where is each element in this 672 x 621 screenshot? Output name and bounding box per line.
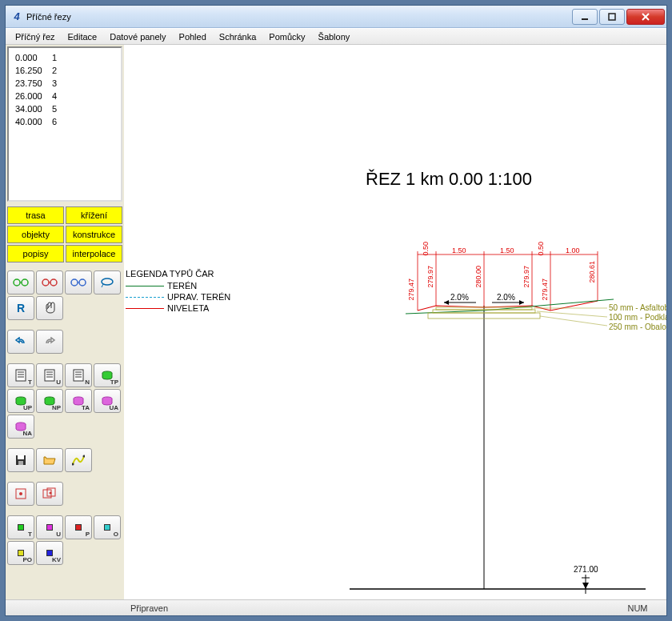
hand-icon[interactable] [36,296,63,320]
maximize-button[interactable] [599,9,625,25]
cross-section-drawing: 0.50 1.50 1.50 0.50 1.00 279.47 279.97 2… [350,205,654,599]
menu-pomucky[interactable]: Pomůcky [262,30,311,43]
sheet-n-icon[interactable]: N [65,363,92,387]
legend-title: LEGENDA TYPŮ ČAR [126,269,230,278]
menu-pohled[interactable]: Pohled [173,30,213,43]
krizeni-button[interactable]: křížení [66,206,122,224]
legend-teren: TERÉN [126,280,230,291]
popisy-button[interactable]: popisy [7,245,64,262]
menu-datove-panely[interactable]: Datové panely [103,30,172,43]
glasses-green-icon[interactable] [7,270,34,294]
base-elevation: 271.00 [574,565,598,574]
menu-sablony[interactable]: Šablony [312,30,357,43]
list-item[interactable]: 40.0006 [10,115,119,128]
title-bar: 4 Příčné řezy [6,6,666,28]
svg-rect-34 [18,455,24,459]
svg-line-59 [537,311,607,317]
undo-icon[interactable] [7,330,34,354]
drawing-canvas[interactable]: LEGENDA TYPŮ ČAR TERÉN UPRAV. TERÉN NIVE… [126,45,666,599]
toolbar-file [7,448,122,472]
section-svg [350,205,654,599]
db-tp-icon[interactable]: TP [94,363,121,387]
svg-marker-47 [582,583,589,589]
legend-niveleta: NIVELETA [126,302,230,314]
svg-point-42 [50,492,52,495]
svg-rect-19 [45,370,54,381]
sheet-t-icon[interactable]: T [7,363,34,387]
app-window: 4 Příčné řezy Příčný řez Editace Datové … [5,5,667,616]
toolbar-colors: T U P O PO KV [7,515,122,565]
sq-red-p-icon[interactable]: P [65,515,92,539]
svg-marker-64 [519,300,524,305]
glasses-red-icon[interactable] [36,270,63,294]
svg-point-7 [42,279,49,286]
toolbar-target [7,482,122,506]
r-tool-icon[interactable]: R [7,296,34,320]
sq-yellow-po-icon[interactable]: PO [7,541,34,565]
list-item[interactable]: 16.2502 [10,64,119,77]
app-icon: 4 [10,10,23,23]
dim-h27947a: 279.47 [407,278,415,301]
menu-schranka[interactable]: Schránka [213,30,262,43]
lasso-icon[interactable] [94,270,121,294]
section-list[interactable]: 0.0001 16.2502 23.7503 26.0004 34.0005 4… [7,46,122,202]
menu-pricny-rez[interactable]: Příčný řez [9,30,62,43]
dim-h27997b: 279.97 [522,266,530,288]
db-ua-icon[interactable]: UA [94,389,121,413]
slope-right: 2.0% [497,293,515,302]
svg-point-13 [102,278,113,285]
list-item[interactable]: 0.0001 [10,51,119,64]
dim-h27997a: 279.97 [426,266,434,288]
glasses-blue-icon[interactable] [65,270,92,294]
db-up-icon[interactable]: UP [7,389,34,413]
svg-line-14 [102,284,103,287]
sidebar: 0.0001 16.2502 23.7503 26.0004 34.0005 4… [6,45,126,599]
close-button[interactable] [626,9,665,25]
dim-h27947b: 279.47 [541,278,549,301]
dim-h28000: 280.00 [474,266,482,288]
layer-3: 250 mm - Obalované kamenivo OKII [609,323,666,331]
svg-rect-15 [16,370,26,381]
konstrukce-button[interactable]: konstrukce [66,226,122,243]
status-num: NUM [614,603,662,613]
status-ready: Připraven [130,603,168,613]
db-na-icon[interactable]: NA [7,415,34,439]
svg-point-4 [14,279,20,286]
sq-magenta-u-icon[interactable]: U [36,515,63,539]
sq-cyan-o-icon[interactable]: O [94,515,121,539]
target-single-icon[interactable] [7,482,34,506]
sq-blue-kv-icon[interactable]: KV [36,541,63,565]
dim-100: 1.00 [566,246,580,254]
client-area: 0.0001 16.2502 23.7503 26.0004 34.0005 4… [6,45,666,599]
section-title: ŘEZ 1 km 0.00 1:100 [366,169,532,190]
svg-point-5 [22,279,28,286]
svg-point-11 [79,279,86,286]
sq-green-t-icon[interactable]: T [7,515,34,539]
svg-rect-1 [609,14,615,20]
dim-150b: 1.50 [500,246,514,254]
list-item[interactable]: 26.0004 [10,90,119,102]
spline-icon[interactable] [65,448,92,472]
redo-icon[interactable] [36,330,63,354]
target-multi-icon[interactable] [36,482,63,506]
list-item[interactable]: 23.7503 [10,77,119,90]
trasa-button[interactable]: trasa [7,206,64,224]
interpolace-button[interactable]: interpolace [66,245,122,262]
toolbar-glasses: R [7,270,122,320]
dim-150a: 1.50 [452,246,466,254]
legend: LEGENDA TYPŮ ČAR TERÉN UPRAV. TERÉN NIVE… [126,269,230,314]
status-bar: Připraven NUM [6,599,666,615]
db-ta-icon[interactable]: TA [65,389,92,413]
save-icon[interactable] [7,448,34,472]
svg-rect-23 [74,370,83,381]
dim-050b: 0.50 [537,242,545,256]
list-item[interactable]: 34.0005 [10,102,119,115]
minimize-button[interactable] [572,9,598,25]
objekty-button[interactable]: objekty [7,226,64,243]
sheet-u-icon[interactable]: U [36,363,63,387]
db-np-icon[interactable]: NP [36,389,63,413]
toolbar-sheets: T U N TP UP NP TA UA NA [7,363,122,439]
slope-left: 2.0% [450,293,469,302]
open-icon[interactable] [36,448,63,472]
menu-editace[interactable]: Editace [62,30,104,43]
